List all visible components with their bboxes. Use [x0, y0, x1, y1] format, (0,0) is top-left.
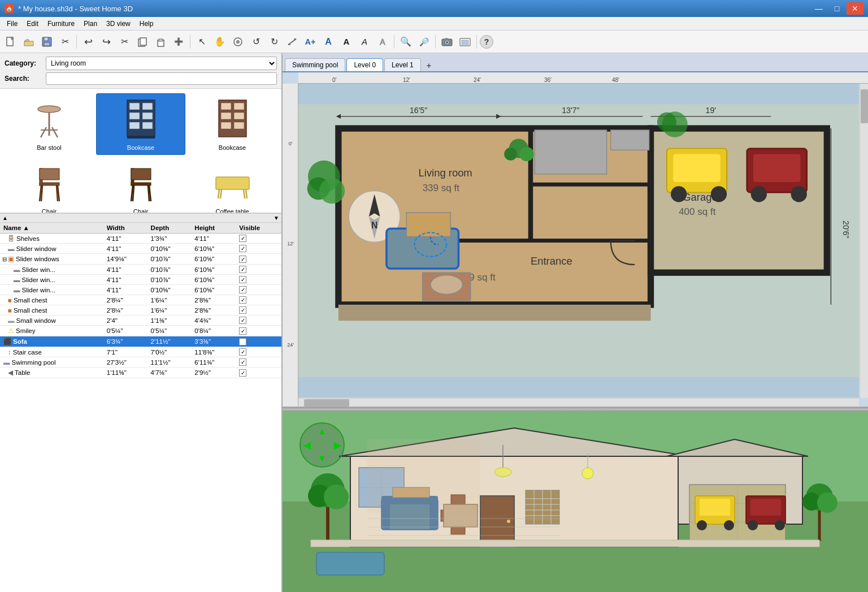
category-label: Category: [5, 59, 41, 67]
svg-rect-154 [750, 499, 781, 516]
camera-button[interactable] [439, 33, 455, 50]
svg-rect-99 [673, 154, 721, 182]
svg-rect-39 [234, 122, 244, 129]
tab-level-1[interactable]: Level 1 [384, 58, 421, 71]
table-row[interactable]: ■Small chest 2'8¼" 1'6¼" 2'8⅝" [0, 295, 281, 305]
copy-button[interactable] [134, 33, 151, 50]
rotate-right-tool[interactable]: ↻ [266, 33, 283, 50]
row-name: ▬Slider win... [0, 265, 103, 275]
tab-swimming-pool[interactable]: Swimming pool [285, 58, 345, 71]
resize-up-icon[interactable]: ▲ [2, 215, 8, 221]
svg-rect-90 [611, 130, 649, 150]
svg-text:16'5": 16'5" [410, 106, 427, 115]
cut-button[interactable]: ✂ [57, 33, 73, 50]
table-row[interactable]: 🗄Shelves 4'11" 1'3¾" 4'11" [0, 234, 281, 244]
search-input[interactable] [46, 72, 277, 85]
tab-level-0[interactable]: Level 0 [346, 58, 383, 71]
col-height[interactable]: Height [191, 223, 236, 234]
menu-3dview[interactable]: 3D view [102, 18, 135, 29]
help-button[interactable]: ? [480, 35, 493, 49]
move-tool[interactable] [229, 33, 246, 50]
new-button[interactable] [2, 33, 19, 50]
table-row[interactable]: ▬Small window 2'4" 1'1⅜" 4'4¾" [0, 316, 281, 326]
col-width[interactable]: Width [103, 223, 147, 234]
save-button[interactable] [38, 33, 55, 50]
zoom-in-button[interactable]: 🔍 [397, 33, 414, 50]
3d-navigation-control[interactable]: ▲ ▼ ◀ ▶ [300, 422, 345, 468]
menu-plan[interactable]: Plan [79, 18, 102, 29]
col-visible[interactable]: Visible [236, 223, 281, 234]
menu-edit[interactable]: Edit [22, 18, 43, 29]
category-search-section: Category: Living room Bedroom Kitchen Ba… [0, 53, 281, 89]
table-row[interactable]: ■Small chest 2'8¼" 1'6¼" 2'8⅝" [0, 305, 281, 316]
furniture-item-coffee-table[interactable]: Coffee table [188, 157, 277, 213]
svg-rect-54 [216, 177, 249, 189]
category-select[interactable]: Living room Bedroom Kitchen Bathroom Off… [46, 57, 277, 70]
add-tab-button[interactable]: + [422, 60, 436, 71]
table-row-sofa[interactable]: ⬛Sofa 6'3¾" 2'11½" 3'3⅜" [0, 336, 281, 347]
vertical-scrollbar[interactable] [860, 84, 868, 398]
redo-button[interactable]: ↪ [98, 33, 115, 50]
furniture-item-chair-1[interactable]: Chair [5, 157, 94, 213]
svg-text:Living room: Living room [419, 167, 472, 179]
horizontal-scrollbar[interactable] [298, 398, 859, 407]
furniture-item-chair-2[interactable]: Chair [96, 157, 185, 213]
row-name-sofa: ⬛Sofa [0, 336, 103, 347]
screenshot-button[interactable] [457, 33, 474, 50]
menu-furniture[interactable]: Furniture [43, 18, 79, 29]
svg-rect-3 [44, 42, 50, 46]
table-row[interactable]: ▬Slider win... 4'11" 0'10⅝" 6'10⅝" [0, 285, 281, 295]
svg-line-56 [246, 189, 247, 198]
text-tool-a4[interactable]: A [356, 33, 373, 50]
table-row[interactable]: ▬Slider win... 4'11" 0'10⅞" 6'10⅝" [0, 275, 281, 285]
undo-button[interactable]: ↩ [80, 33, 97, 50]
table-row[interactable]: ▬Swimming pool 27'3½" 11'1½" 6'11¾" [0, 357, 281, 368]
text-tool-a3[interactable]: A [338, 33, 355, 50]
furniture-item-bookcase-1[interactable]: Bookcase [96, 93, 185, 155]
zoom-out-button[interactable]: 🔎 [415, 33, 432, 50]
svg-point-100 [671, 186, 687, 202]
text-tool-a1[interactable]: A+ [302, 33, 319, 50]
menu-file[interactable]: File [2, 18, 22, 29]
nav-up-arrow[interactable]: ▲ [318, 426, 327, 437]
nav-left-arrow[interactable]: ◀ [303, 440, 310, 451]
furniture-item-bar-stool[interactable]: Bar stool [5, 93, 94, 155]
paste-button[interactable] [152, 33, 169, 50]
add-furniture-button[interactable]: ➕ [170, 33, 187, 50]
table-row[interactable]: ▬Slider win... 4'11" 0'10⅞" 6'10⅝" [0, 265, 281, 275]
svg-rect-38 [221, 122, 231, 129]
col-name[interactable]: Name ▲ [0, 223, 103, 234]
view-3d[interactable]: ▲ ▼ ◀ ▶ [283, 411, 868, 592]
measure-tool[interactable] [284, 33, 301, 50]
furniture-item-bookcase-2[interactable]: Bookcase [188, 93, 277, 155]
svg-rect-103 [753, 154, 801, 182]
resize-down-icon[interactable]: ▼ [274, 215, 279, 221]
table-row[interactable]: ⊟▣Slider windows 14'9⅛" 0'10⅞" 6'10⅝" [0, 254, 281, 265]
table-row[interactable]: ▬Slider window 4'11" 0'10⅝" 6'10⅝" [0, 244, 281, 254]
svg-text:Entrance: Entrance [531, 255, 572, 267]
svg-rect-131 [381, 499, 390, 530]
plan-view[interactable]: 0' 12' 24' 36' 48' 0' 12' 24' 20'6" [283, 72, 868, 408]
rotate-left-tool[interactable]: ↺ [248, 33, 264, 50]
svg-line-21 [41, 127, 46, 137]
cut2-button[interactable]: ✂ [116, 33, 133, 50]
menu-help[interactable]: Help [135, 18, 158, 29]
table-row[interactable]: ↕Stair case 7'1" 7'0½" 11'8⅜" [0, 347, 281, 357]
text-tool-a5[interactable]: A [374, 33, 391, 50]
minimize-button[interactable]: — [810, 2, 827, 15]
table-row[interactable]: ◀Table 1'11⅝" 4'7⅛" 2'9½" [0, 368, 281, 378]
text-tool-a2[interactable]: A [320, 33, 337, 50]
open-button[interactable] [20, 33, 37, 50]
floor-plan[interactable]: 16'5" 13'7" 19' 20'6" [298, 84, 859, 397]
svg-text:19': 19' [706, 106, 716, 115]
maximize-button[interactable]: □ [828, 2, 845, 15]
close-button[interactable]: ✕ [847, 2, 863, 15]
col-depth[interactable]: Depth [147, 223, 192, 234]
nav-right-arrow[interactable]: ▶ [334, 440, 341, 451]
select-tool[interactable]: ↖ [193, 33, 210, 50]
pan-tool[interactable]: ✋ [211, 33, 228, 50]
svg-rect-37 [234, 113, 244, 119]
table-row[interactable]: ⚠Smiley 0'5¼" 0'5¼" 0'8¼" [0, 326, 281, 336]
svg-rect-5 [140, 38, 146, 45]
nav-down-arrow[interactable]: ▼ [318, 453, 327, 464]
